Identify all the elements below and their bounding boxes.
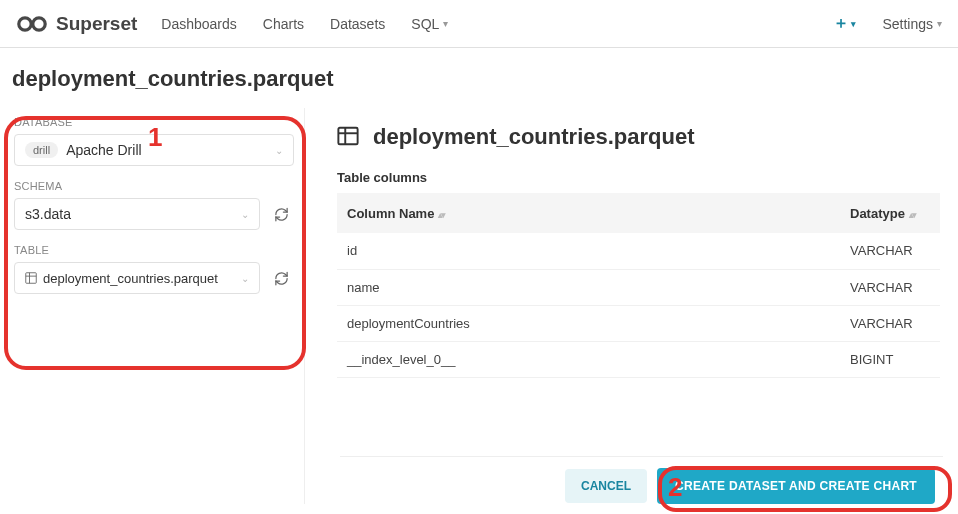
chevron-down-icon: ▾ xyxy=(851,19,856,29)
main: DATABASE drill Apache Drill ⌄ SCHEMA s3.… xyxy=(0,108,958,504)
col-header-name[interactable]: Column Name▴▾ xyxy=(337,193,840,233)
logo-text: Superset xyxy=(56,13,137,35)
table-value: deployment_countries.parquet xyxy=(43,271,218,286)
svg-rect-5 xyxy=(338,127,357,144)
table-row: id VARCHAR xyxy=(337,233,940,269)
nav-charts[interactable]: Charts xyxy=(263,16,304,32)
settings-label: Settings xyxy=(882,16,933,32)
database-badge: drill xyxy=(25,142,58,158)
table-columns-label: Table columns xyxy=(337,170,940,185)
table-row: __index_level_0__ BIGINT xyxy=(337,341,940,377)
chevron-down-icon: ⌄ xyxy=(241,273,249,284)
schema-label: SCHEMA xyxy=(14,180,294,192)
sort-icon: ▴▾ xyxy=(438,210,444,220)
cell-type: VARCHAR xyxy=(840,305,940,341)
app-header: Superset Dashboards Charts Datasets SQL … xyxy=(0,0,958,48)
nav-sql[interactable]: SQL ▾ xyxy=(411,16,448,32)
sort-icon: ▴▾ xyxy=(909,210,915,220)
reload-table-button[interactable] xyxy=(268,265,294,291)
create-dataset-and-create-chart-button[interactable]: CREATE DATASET AND CREATE CHART xyxy=(657,468,935,504)
refresh-icon xyxy=(274,207,289,222)
table-label: TABLE xyxy=(14,244,294,256)
reload-schema-button[interactable] xyxy=(268,201,294,227)
chevron-down-icon: ⌄ xyxy=(241,209,249,220)
footer: CANCEL CREATE DATASET AND CREATE CHART xyxy=(340,456,943,514)
svg-rect-2 xyxy=(26,273,37,284)
nav-items: Dashboards Charts Datasets SQL ▾ xyxy=(161,16,448,32)
chevron-down-icon: ▾ xyxy=(443,18,448,29)
nav-datasets[interactable]: Datasets xyxy=(330,16,385,32)
left-panel: DATABASE drill Apache Drill ⌄ SCHEMA s3.… xyxy=(0,108,305,504)
schema-select[interactable]: s3.data ⌄ xyxy=(14,198,260,230)
nav-dashboards[interactable]: Dashboards xyxy=(161,16,237,32)
right-panel: deployment_countries.parquet Table colum… xyxy=(337,108,958,504)
cell-name: __index_level_0__ xyxy=(337,341,840,377)
table-select[interactable]: deployment_countries.parquet ⌄ xyxy=(14,262,260,294)
cell-name: deploymentCountries xyxy=(337,305,840,341)
cancel-button[interactable]: CANCEL xyxy=(565,469,647,503)
header-right: ＋▾ Settings ▾ xyxy=(833,13,942,34)
chevron-down-icon: ⌄ xyxy=(275,145,283,156)
chevron-down-icon: ▾ xyxy=(937,18,942,29)
table-icon xyxy=(25,272,37,284)
table-title-row: deployment_countries.parquet xyxy=(337,120,940,150)
superset-logo-icon xyxy=(16,15,50,33)
svg-point-1 xyxy=(33,17,45,29)
table-icon xyxy=(337,125,359,150)
refresh-icon xyxy=(274,271,289,286)
schema-value: s3.data xyxy=(25,206,71,222)
add-button[interactable]: ＋▾ xyxy=(833,13,856,34)
database-select[interactable]: drill Apache Drill ⌄ xyxy=(14,134,294,166)
nav-sql-label: SQL xyxy=(411,16,439,32)
cell-name: name xyxy=(337,269,840,305)
table-name: deployment_countries.parquet xyxy=(373,124,695,150)
logo[interactable]: Superset xyxy=(16,13,137,35)
cell-name: id xyxy=(337,233,840,269)
svg-point-0 xyxy=(19,17,31,29)
columns-table: Column Name▴▾ Datatype▴▾ id VARCHAR name… xyxy=(337,193,940,378)
settings-menu[interactable]: Settings ▾ xyxy=(882,16,942,32)
database-value: Apache Drill xyxy=(66,142,141,158)
col-header-type[interactable]: Datatype▴▾ xyxy=(840,193,940,233)
cell-type: VARCHAR xyxy=(840,233,940,269)
table-header-row: Column Name▴▾ Datatype▴▾ xyxy=(337,193,940,233)
page-title: deployment_countries.parquet xyxy=(0,48,958,108)
database-label: DATABASE xyxy=(14,116,294,128)
cell-type: VARCHAR xyxy=(840,269,940,305)
table-row: deploymentCountries VARCHAR xyxy=(337,305,940,341)
table-row: name VARCHAR xyxy=(337,269,940,305)
cell-type: BIGINT xyxy=(840,341,940,377)
